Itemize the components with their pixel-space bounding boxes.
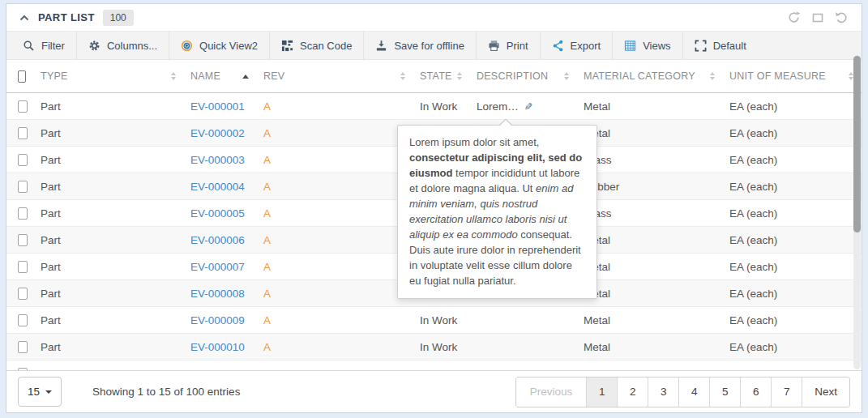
table-row[interactable]: PartEV-000011AIn WorkMetalEA (each)	[6, 360, 862, 370]
pagination-previous-button[interactable]: Previous	[516, 377, 587, 407]
entries-summary: Showing 1 to 15 of 100 entries	[92, 386, 240, 398]
cell-revision: A	[257, 127, 413, 139]
cell-type: Part	[34, 261, 184, 273]
table-grid-icon	[624, 40, 636, 52]
table-row[interactable]: PartEV-000001AIn WorkLorem…✎MetalEA (eac…	[6, 93, 862, 120]
part-link[interactable]: EV-000005	[190, 207, 245, 220]
cell-material-category: Metal	[577, 368, 723, 371]
row-checkbox[interactable]	[18, 100, 28, 113]
undo-icon[interactable]	[835, 11, 849, 24]
part-link[interactable]: EV-000002	[190, 127, 245, 139]
toolbar-print[interactable]: Print	[476, 32, 540, 59]
collapse-panel-button[interactable]	[19, 15, 29, 21]
row-checkbox[interactable]	[18, 368, 28, 371]
toolbar-label: Filter	[41, 40, 65, 52]
row-checkbox[interactable]	[18, 261, 28, 273]
pagination-page-3[interactable]: 3	[648, 377, 678, 407]
toolbar-label: Print	[507, 40, 528, 52]
part-link[interactable]: EV-000001	[190, 100, 245, 113]
sort-icon	[564, 72, 569, 80]
pagination-page-7[interactable]: 7	[771, 377, 802, 407]
part-link[interactable]: EV-000003	[190, 154, 245, 166]
part-link[interactable]: EV-000008	[190, 288, 245, 300]
row-checkbox[interactable]	[18, 288, 28, 300]
column-header-type[interactable]: TYPE	[34, 60, 184, 92]
toolbar-label: Views	[643, 40, 670, 52]
description-tooltip: Lorem ipsum dolor sit amet, consectetur …	[397, 125, 597, 299]
row-checkbox[interactable]	[18, 154, 28, 166]
cell-unit-of-measure: EA (each)	[723, 154, 862, 166]
pagination-next-button[interactable]: Next	[802, 377, 849, 407]
cell-type: Part	[34, 181, 184, 193]
row-checkbox[interactable]	[18, 207, 28, 220]
part-link[interactable]: EV-000009	[190, 314, 245, 326]
column-header-name[interactable]: NAME	[184, 60, 257, 92]
part-link[interactable]: EV-000007	[190, 261, 245, 273]
cell-name: EV-000005	[184, 207, 257, 220]
column-label: STATE	[420, 70, 452, 82]
pagination-page-2[interactable]: 2	[617, 377, 648, 407]
restore-window-icon[interactable]	[811, 11, 824, 24]
cell-material-category: Metal	[577, 234, 723, 246]
cell-material-category: Metal	[577, 288, 723, 300]
part-list-panel: PART LIST 100 FilterColumns...Quick View…	[6, 3, 862, 413]
part-link[interactable]: EV-000004	[190, 181, 245, 193]
toolbar-scan-code[interactable]: Scan Code	[269, 32, 363, 59]
column-label: NAME	[190, 70, 220, 82]
toolbar-views[interactable]: Views	[612, 32, 682, 59]
column-header-rev[interactable]: REV	[257, 60, 413, 92]
cell-unit-of-measure: EA (each)	[723, 234, 862, 246]
pagination-page-1[interactable]: 1	[586, 377, 617, 407]
cell-type: Part	[34, 234, 184, 246]
column-label: TYPE	[41, 70, 68, 82]
toolbar-save-for-offline[interactable]: Save for offline	[363, 32, 475, 59]
cell-name: EV-000004	[184, 181, 257, 193]
row-checkbox-cell	[6, 341, 34, 353]
toolbar-label: Quick View2	[199, 40, 258, 52]
row-checkbox[interactable]	[18, 181, 28, 193]
row-checkbox[interactable]	[18, 127, 28, 139]
column-header-unit-of-measure[interactable]: UNIT OF MEASURE	[723, 60, 862, 92]
part-link[interactable]: EV-000010	[190, 341, 245, 353]
page-size-dropdown[interactable]: 15	[18, 377, 62, 407]
toolbar-columns[interactable]: Columns...	[76, 32, 169, 59]
column-label: REV	[263, 70, 284, 82]
row-checkbox[interactable]	[18, 341, 28, 353]
refresh-icon[interactable]	[787, 11, 801, 24]
edit-pencil-icon[interactable]: ✎	[524, 100, 532, 113]
cell-name: EV-000002	[184, 127, 257, 139]
scrollbar-thumb[interactable]	[853, 56, 861, 232]
download-icon	[375, 40, 387, 52]
pagination-page-4[interactable]: 4	[678, 377, 709, 407]
row-checkbox-cell	[6, 100, 34, 113]
cell-revision: A	[257, 181, 413, 193]
part-link[interactable]: EV-000011	[190, 368, 244, 371]
row-checkbox[interactable]	[18, 314, 28, 326]
select-all-checkbox[interactable]	[18, 70, 26, 83]
table-row[interactable]: PartEV-000009AIn WorkMetalEA (each)	[6, 307, 862, 334]
row-checkbox[interactable]	[18, 234, 28, 246]
table-row[interactable]: PartEV-000010AIn WorkMetalEA (each)	[6, 334, 862, 360]
toolbar-label: Save for offline	[394, 40, 464, 52]
toolbar-default[interactable]: Default	[682, 32, 758, 59]
toolbar-filter[interactable]: Filter	[11, 32, 76, 59]
cell-revision: A	[257, 288, 413, 300]
vertical-scrollbar[interactable]	[853, 55, 861, 369]
column-header-state[interactable]: STATE	[413, 60, 470, 92]
cell-material-category: Glass	[577, 154, 723, 166]
cell-type: Part	[34, 314, 184, 326]
cell-unit-of-measure: EA (each)	[723, 288, 862, 300]
cell-unit-of-measure: EA (each)	[723, 127, 862, 139]
cell-material-category: Metal	[577, 314, 723, 326]
column-header-description[interactable]: DESCRIPTION	[470, 60, 577, 92]
row-checkbox-cell	[6, 207, 34, 220]
pagination-page-6[interactable]: 6	[740, 377, 771, 407]
toolbar-quick-view2[interactable]: Quick View2	[169, 32, 269, 59]
cell-name: EV-000006	[184, 234, 257, 246]
sort-ascending-icon	[242, 75, 249, 79]
column-header-material-category[interactable]: MATERIAL CATEGORY	[577, 60, 723, 92]
part-link[interactable]: EV-000006	[190, 234, 245, 246]
pagination-page-5[interactable]: 5	[709, 377, 740, 407]
toolbar-export[interactable]: Export	[540, 32, 613, 59]
cell-unit-of-measure: EA (each)	[723, 341, 862, 353]
